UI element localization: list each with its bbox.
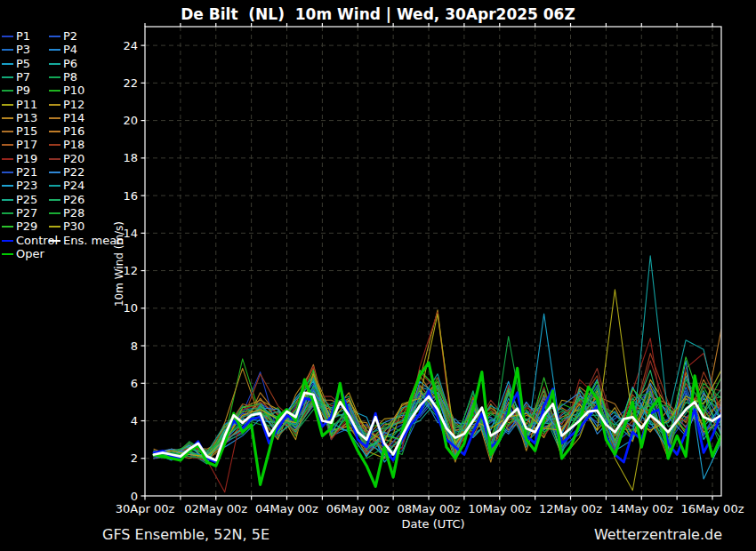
x-tick-label: 04May 00z: [255, 502, 318, 515]
tick-labels: 02468101214161820222430Apr 00z02May 00z0…: [116, 39, 744, 515]
y-tick-label: 8: [131, 339, 138, 353]
x-tick-label: 06May 00z: [326, 502, 390, 515]
x-tick-label: 12May 00z: [539, 502, 602, 515]
y-tick-label: 2: [131, 451, 138, 465]
x-tick-label: 14May 00z: [610, 502, 673, 515]
y-axis-title: 10m Wind (m/s): [113, 221, 125, 307]
footer-model-label: GFS Ensemble, 52N, 5E: [102, 526, 269, 543]
x-tick-label: 16May 00z: [681, 502, 744, 515]
x-tick-label: 10May 00z: [468, 502, 531, 515]
x-tick-label: 08May 00z: [398, 502, 461, 515]
wind-ensemble-figure: De Bilt (NL) 10m Wind | Wed, 30Apr2025 0…: [0, 0, 756, 551]
y-tick-label: 24: [123, 39, 138, 52]
y-tick-label: 0: [131, 490, 138, 503]
y-tick-label: 18: [123, 151, 138, 164]
footer-site-label: Wetterzentrale.de: [594, 526, 722, 543]
y-tick-label: 22: [123, 76, 138, 90]
y-tick-label: 20: [123, 114, 138, 127]
x-tick-label: 30Apr 00z: [116, 502, 175, 515]
y-tick-label: 16: [123, 189, 138, 203]
x-tick-label: 02May 00z: [184, 502, 247, 515]
y-tick-label: 4: [131, 414, 138, 427]
series-lines: [154, 256, 721, 492]
y-tick-label: 6: [131, 377, 138, 390]
